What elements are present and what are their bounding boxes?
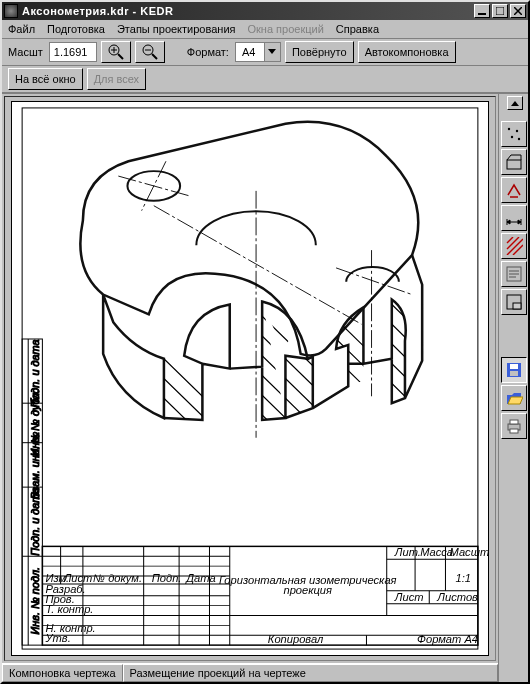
svg-line-76 (507, 237, 519, 249)
svg-text:Листов: Листов (436, 591, 478, 603)
for-all-button[interactable]: Для всех (87, 68, 146, 90)
work-area: Подп. и дата Инв. № дубл. Взам. инв. № П… (2, 93, 528, 682)
view-tool-icon[interactable] (501, 149, 527, 175)
text-tool-icon[interactable] (501, 261, 527, 287)
drawing-canvas[interactable]: Подп. и дата Инв. № дубл. Взам. инв. № П… (4, 96, 496, 661)
drawing-sheet: Подп. и дата Инв. № дубл. Взам. инв. № П… (11, 101, 489, 656)
svg-text:Формат A4: Формат A4 (417, 633, 478, 645)
svg-point-72 (517, 138, 519, 140)
print-tool-icon[interactable] (501, 413, 527, 439)
save-tool-icon[interactable] (501, 357, 527, 383)
svg-text:№ докум.: № докум. (93, 572, 142, 584)
scroll-up-button[interactable] (507, 96, 523, 110)
svg-text:Утв.: Утв. (44, 632, 70, 644)
toolbar-second: На всё окно Для всех (2, 66, 528, 93)
menu-file[interactable]: Файл (8, 23, 35, 35)
rotated-button[interactable]: Повёрнуто (285, 41, 354, 63)
svg-rect-89 (510, 420, 518, 424)
menu-projection-windows[interactable]: Окна проекций (248, 23, 324, 35)
svg-line-78 (513, 245, 523, 255)
close-button[interactable] (510, 4, 526, 18)
fit-window-button[interactable]: На всё окно (8, 68, 83, 90)
status-tab-layout[interactable]: Компоновка чертежа (2, 664, 123, 682)
status-tab-placement[interactable]: Размещение проекций на чертеже (123, 664, 498, 682)
menu-prepare[interactable]: Подготовка (47, 23, 105, 35)
format-select[interactable]: A4 (235, 42, 281, 62)
chevron-down-icon (264, 43, 280, 61)
svg-rect-1 (496, 7, 504, 15)
zoom-in-button[interactable] (101, 41, 131, 63)
svg-rect-87 (510, 371, 518, 376)
format-label: Формат: (187, 46, 229, 58)
dimension-tool-icon[interactable] (501, 205, 527, 231)
zoom-out-button[interactable] (135, 41, 165, 63)
svg-rect-0 (478, 13, 486, 15)
svg-text:Лит.: Лит. (394, 546, 421, 558)
points-tool-icon[interactable] (501, 121, 527, 147)
svg-rect-84 (513, 303, 521, 309)
svg-rect-86 (510, 364, 518, 369)
status-bar: Компоновка чертежа Размещение проекций н… (2, 663, 498, 682)
autolayout-button[interactable]: Автокомпоновка (358, 41, 456, 63)
title-bar: Аксонометрия.kdr - KEDR (2, 2, 528, 20)
svg-text:проекция: проекция (283, 584, 332, 596)
svg-line-75 (507, 237, 513, 243)
format-value: A4 (236, 46, 264, 58)
hatch-tool-icon[interactable] (501, 233, 527, 259)
canvas-wrap: Подп. и дата Инв. № дубл. Взам. инв. № П… (2, 94, 498, 682)
window-title: Аксонометрия.kdr - KEDR (22, 5, 472, 17)
menu-bar: Файл Подготовка Этапы проектирования Окн… (2, 20, 528, 39)
open-tool-icon[interactable] (501, 385, 527, 411)
svg-point-69 (507, 128, 509, 130)
menu-design-stages[interactable]: Этапы проектирования (117, 23, 236, 35)
svg-text:Копировал: Копировал (268, 633, 323, 645)
minimize-button[interactable] (474, 4, 490, 18)
svg-text:Дата: Дата (184, 572, 215, 584)
svg-rect-73 (507, 160, 521, 169)
svg-text:Масштаб: Масштаб (450, 546, 488, 558)
svg-text:1:1: 1:1 (456, 572, 471, 584)
svg-text:Масса: Масса (420, 546, 453, 558)
right-toolbar (498, 94, 528, 682)
svg-text:Подп.: Подп. (152, 572, 182, 584)
maximize-button[interactable] (492, 4, 508, 18)
scale-label: Масшт (8, 46, 43, 58)
svg-text:Т. контр.: Т. контр. (45, 603, 93, 615)
app-window: Аксонометрия.kdr - KEDR Файл Подготовка … (0, 0, 530, 684)
scale-input[interactable] (49, 42, 97, 62)
menu-help[interactable]: Справка (336, 23, 379, 35)
svg-text:Лист: Лист (394, 591, 424, 603)
titleblock-tool-icon[interactable] (501, 289, 527, 315)
app-icon (4, 4, 18, 18)
svg-text:Инв. № подл.: Инв. № подл. (29, 567, 41, 634)
svg-rect-90 (510, 429, 518, 433)
svg-point-70 (515, 130, 517, 132)
toolbar-top: Масшт Формат: A4 Повёрнуто Автокомпоновк… (2, 39, 528, 66)
drawing-svg: Подп. и дата Инв. № дубл. Взам. инв. № П… (12, 102, 488, 655)
section-tool-icon[interactable] (501, 177, 527, 203)
svg-point-71 (510, 136, 512, 138)
svg-text:Подп. и дата: Подп. и дата (29, 488, 41, 556)
